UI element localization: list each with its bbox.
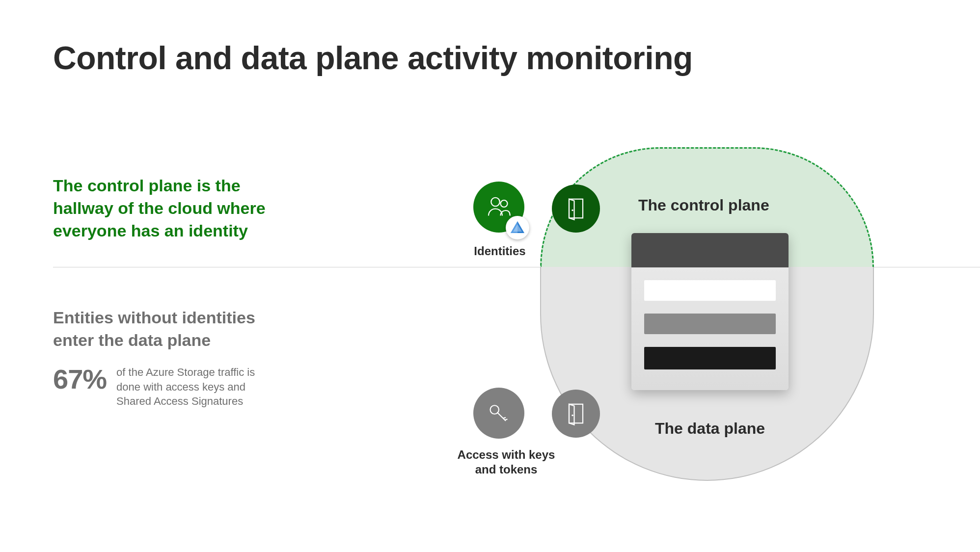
slide-canvas: Control and data plane activity monitori… bbox=[0, 0, 980, 552]
resource-window-chrome bbox=[631, 233, 789, 267]
svg-rect-5 bbox=[569, 199, 583, 218]
svg-marker-6 bbox=[569, 199, 574, 220]
control-door-icon bbox=[552, 184, 600, 233]
resource-row-1 bbox=[644, 280, 776, 301]
svg-marker-10 bbox=[569, 404, 574, 425]
svg-rect-9 bbox=[569, 404, 583, 423]
access-keys-caption: Access with keys and tokens bbox=[455, 447, 558, 477]
door-icon bbox=[562, 195, 590, 222]
access-keys-icon bbox=[473, 388, 524, 439]
svg-point-0 bbox=[491, 198, 500, 207]
resource-row-2 bbox=[644, 314, 776, 334]
data-door-icon bbox=[552, 390, 600, 438]
slide-title: Control and data plane activity monitori… bbox=[53, 39, 693, 77]
svg-point-1 bbox=[501, 200, 508, 207]
key-icon bbox=[485, 399, 513, 427]
stat-row: 67% of the Azure Storage traffic is done… bbox=[53, 363, 273, 409]
control-plane-label: The control plane bbox=[638, 196, 769, 214]
svg-point-11 bbox=[572, 415, 573, 417]
resource-row-3 bbox=[644, 347, 776, 369]
azure-ad-icon bbox=[506, 216, 529, 239]
data-plane-label: The data plane bbox=[655, 420, 765, 438]
resource-window-icon bbox=[631, 233, 789, 390]
door-icon bbox=[562, 400, 590, 427]
stat-value: 67% bbox=[53, 363, 107, 395]
control-plane-blurb: The control plane is the hallway of the … bbox=[53, 175, 279, 242]
data-plane-blurb: Entities without identities enter the da… bbox=[53, 307, 279, 352]
stat-description: of the Azure Storage traffic is done wit… bbox=[116, 365, 273, 409]
people-icon bbox=[485, 193, 513, 221]
svg-point-7 bbox=[572, 210, 573, 211]
identities-caption: Identities bbox=[470, 244, 529, 258]
